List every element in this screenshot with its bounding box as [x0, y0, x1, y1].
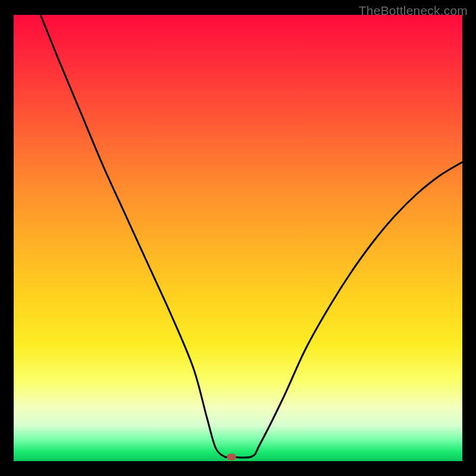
marker-dot: [227, 453, 236, 460]
watermark-text: TheBottleneck.com: [359, 4, 468, 18]
bottleneck-curve: [14, 15, 462, 461]
plot-area: [14, 15, 462, 461]
chart-frame: TheBottleneck.com: [0, 0, 476, 476]
